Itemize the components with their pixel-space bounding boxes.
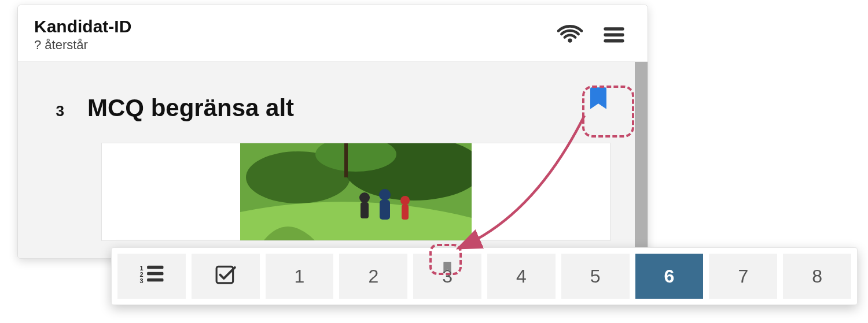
svg-rect-17 bbox=[147, 266, 163, 269]
question-image-container bbox=[101, 143, 610, 241]
nav-label: 8 bbox=[812, 266, 822, 287]
time-remaining-text: ? återstår bbox=[34, 38, 131, 53]
svg-rect-1 bbox=[604, 33, 624, 36]
svg-rect-13 bbox=[344, 143, 348, 177]
nav-question-6[interactable]: 6 bbox=[635, 254, 704, 299]
svg-point-9 bbox=[379, 189, 391, 201]
nav-question-7[interactable]: 7 bbox=[709, 254, 777, 299]
question-number: 3 bbox=[41, 102, 64, 120]
checkbox-checked-icon bbox=[215, 263, 237, 289]
svg-rect-0 bbox=[604, 27, 624, 31]
bookmark-icon bbox=[443, 256, 452, 277]
nav-question-4[interactable]: 4 bbox=[487, 254, 556, 299]
nav-label: 7 bbox=[738, 266, 748, 287]
svg-rect-10 bbox=[380, 200, 390, 220]
nav-question-1[interactable]: 1 bbox=[266, 254, 334, 299]
question-image bbox=[240, 143, 472, 240]
nav-label: 6 bbox=[664, 266, 675, 287]
nav-overview-button[interactable]: 1 2 3 bbox=[117, 254, 186, 299]
bookmark-icon bbox=[589, 86, 608, 113]
nav-label: 4 bbox=[516, 266, 527, 287]
question-title: MCQ begränsa alt bbox=[87, 94, 294, 122]
nav-question-2[interactable]: 2 bbox=[339, 254, 407, 299]
svg-rect-20 bbox=[216, 266, 233, 283]
exam-header: Kandidat-ID ? återstår bbox=[18, 5, 648, 62]
nav-question-8[interactable]: 8 bbox=[783, 254, 851, 299]
svg-point-7 bbox=[359, 192, 370, 203]
svg-rect-18 bbox=[147, 272, 163, 276]
hamburger-menu-icon[interactable] bbox=[602, 25, 626, 44]
numbered-list-icon: 1 2 3 bbox=[139, 263, 164, 289]
nav-label: 5 bbox=[590, 266, 601, 287]
nav-label: 2 bbox=[368, 266, 378, 287]
nav-label: 1 bbox=[295, 266, 305, 287]
exam-body: 3 MCQ begränsa alt bbox=[18, 62, 648, 258]
wifi-icon[interactable] bbox=[557, 25, 583, 44]
nav-question-5[interactable]: 5 bbox=[561, 254, 630, 299]
nav-submit-button[interactable] bbox=[192, 254, 260, 299]
svg-point-11 bbox=[400, 196, 410, 205]
nav-question-3[interactable]: 3 bbox=[413, 254, 481, 299]
flag-question-button[interactable] bbox=[578, 79, 619, 120]
svg-rect-8 bbox=[361, 202, 369, 218]
svg-rect-12 bbox=[402, 205, 409, 220]
svg-rect-2 bbox=[604, 39, 624, 43]
question-nav-strip: 1 2 3 1 2 3 4 5 6 7 8 bbox=[111, 247, 858, 305]
exam-window: Kandidat-ID ? återstår bbox=[17, 5, 648, 259]
svg-rect-19 bbox=[147, 279, 163, 282]
header-right bbox=[557, 25, 626, 44]
header-left: Kandidat-ID ? återstår bbox=[34, 17, 131, 53]
scrollbar[interactable] bbox=[635, 62, 648, 258]
candidate-id-label: Kandidat-ID bbox=[34, 17, 131, 36]
svg-text:3: 3 bbox=[139, 277, 143, 284]
question-header: 3 MCQ begränsa alt bbox=[41, 94, 624, 122]
